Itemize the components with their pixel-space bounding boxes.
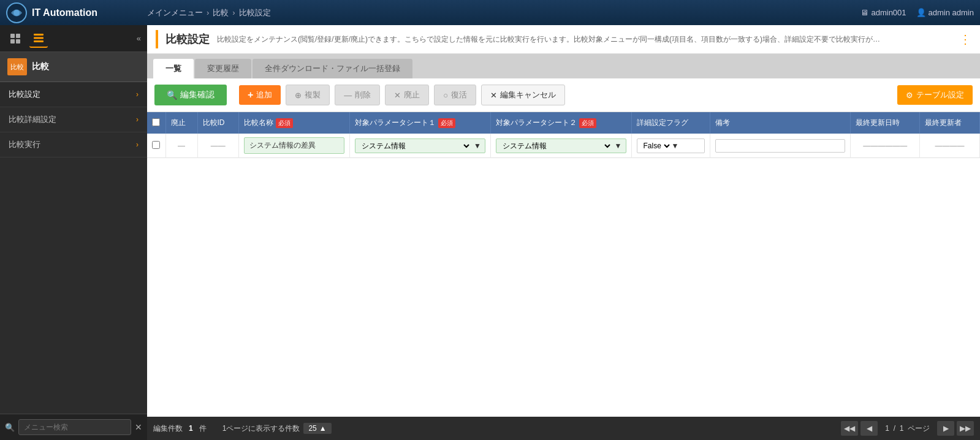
sheet2-select[interactable]: システム情報 (500, 141, 612, 151)
sidebar-collapse-button[interactable]: « (137, 34, 141, 43)
copy-button[interactable]: ⊕ 複製 (286, 85, 330, 105)
restore-button[interactable]: ○ 復活 (434, 85, 476, 105)
cell-sheet2[interactable]: システム情報 ▼ (490, 134, 631, 158)
name-input-field[interactable]: システム情報の差異 (244, 137, 344, 154)
sidebar-section-title: 比較 (32, 61, 49, 72)
col-checkbox (147, 112, 165, 134)
cell-name[interactable]: システム情報の差異 (238, 134, 349, 158)
svg-rect-2 (10, 34, 15, 38)
col-note: 備考 (710, 112, 851, 134)
monitor-icon: 🖥 (860, 8, 868, 17)
sidebar-section-icon: 比較 (7, 58, 27, 75)
cell-detail-flag[interactable]: False True ▼ (631, 134, 710, 158)
sidebar-item-compare-settings[interactable]: 比較設定 › (0, 82, 147, 107)
sheet1-select-wrapper[interactable]: システム情報 ▼ (355, 138, 485, 153)
confirm-icon: 🔍 (167, 90, 177, 100)
delete-label: 削除 (355, 89, 371, 101)
per-page-area: 1ページに表示する件数 25 ▲ (222, 423, 332, 434)
disable-button[interactable]: ✕ 廃止 (385, 85, 429, 105)
table-settings-button[interactable]: ⚙ テーブル設定 (897, 85, 973, 105)
footer: 編集件数 1 件 1ページに表示する件数 25 ▲ ◀◀ ◀ 1 / 1 ページ (147, 417, 980, 440)
cell-id: —— (197, 134, 238, 158)
required-badge-sheet2: 必須 (579, 118, 596, 128)
header-right: 🖥 admin001 👤 admin admin (860, 8, 974, 17)
sidebar-search-input[interactable] (18, 419, 131, 435)
table-header-row: 廃止 比較ID 比較名称必須 対象パラメータシート１必須 対象パラメータシート２… (147, 112, 980, 134)
breadcrumb: メインメニュー › 比較 › 比較設定 (147, 7, 860, 18)
svg-rect-7 (34, 37, 44, 39)
data-table: 廃止 比較ID 比較名称必須 対象パラメータシート１必須 対象パラメータシート２… (147, 112, 980, 158)
flag-select-wrapper[interactable]: False True ▼ (637, 138, 705, 153)
breadcrumb-arrow-1: › (207, 8, 209, 17)
content-area: 比較設定 比較設定をメンテナンス(閲覧/登録/更新/廃止)できます。こちらで設定… (147, 25, 980, 440)
logo-icon (6, 2, 27, 23)
cell-sheet1[interactable]: システム情報 ▼ (350, 134, 491, 158)
add-icon: + (248, 89, 253, 101)
sidebar-section-header: 比較 比較 (0, 52, 147, 82)
page-header: 比較設定 比較設定をメンテナンス(閲覧/登録/更新/廃止)できます。こちらで設定… (147, 25, 980, 54)
sidebar-top-icons: « (0, 25, 147, 52)
prev-page-button[interactable]: ◀ (860, 421, 878, 436)
user-id: admin001 (871, 8, 906, 17)
data-table-container: 廃止 比較ID 比較名称必須 対象パラメータシート１必須 対象パラメータシート２… (147, 112, 980, 417)
col-sheet1: 対象パラメータシート１必須 (350, 112, 491, 134)
add-label: 追加 (256, 89, 272, 101)
col-sheet2: 対象パラメータシート２必須 (490, 112, 631, 134)
breadcrumb-settings[interactable]: 比較設定 (239, 7, 271, 18)
select-all-checkbox[interactable] (152, 118, 160, 126)
search-clear-button[interactable]: ✕ (135, 422, 142, 432)
next-page-button[interactable]: ▶ (937, 421, 954, 436)
delete-button[interactable]: — 削除 (335, 85, 380, 105)
svg-rect-8 (34, 40, 44, 42)
tab-history[interactable]: 変更履歴 (195, 59, 251, 78)
per-page-label: 1ページに表示する件数 (222, 423, 300, 434)
required-badge-sheet1: 必須 (438, 118, 455, 128)
sidebar-item-compare-detail[interactable]: 比較詳細設定 › (0, 107, 147, 132)
svg-rect-5 (16, 39, 20, 44)
more-options-icon[interactable]: ⋮ (959, 32, 971, 47)
svg-point-1 (13, 10, 20, 16)
app-header: IT Automation メインメニュー › 比較 › 比較設定 🖥 admi… (0, 0, 980, 25)
tab-download[interactable]: 全件ダウンロード・ファイル一括登録 (253, 59, 412, 78)
user-name-area[interactable]: 👤 admin admin (916, 8, 974, 17)
last-page-button[interactable]: ▶▶ (957, 421, 974, 436)
cell-note[interactable] (710, 134, 851, 158)
svg-rect-3 (16, 34, 20, 38)
chevron-right-icon-2: › (136, 140, 139, 149)
page-description: 比較設定をメンテナンス(閲覧/登録/更新/廃止)できます。こちらで設定した情報を… (217, 34, 952, 45)
copy-icon: ⊕ (295, 91, 302, 100)
copy-label: 複製 (305, 89, 321, 101)
col-updated-at: 最終更新日時 (851, 112, 920, 134)
flag-select[interactable]: False True (641, 141, 672, 151)
user-id-area[interactable]: 🖥 admin001 (860, 8, 906, 17)
flag-dropdown-icon: ▼ (672, 142, 679, 150)
logo-area: IT Automation (6, 2, 147, 23)
page-info: 1 / 1 ページ (880, 423, 935, 434)
sheet1-select[interactable]: システム情報 (359, 141, 471, 151)
tab-list[interactable]: 一覧 (153, 59, 194, 78)
add-button[interactable]: + 追加 (239, 85, 281, 105)
page-current: 1 (885, 424, 889, 433)
breadcrumb-compare[interactable]: 比較 (213, 7, 229, 18)
cancel-button[interactable]: ✕ 編集キャンセル (481, 85, 565, 105)
sidebar-item-compare-run[interactable]: 比較実行 › (0, 132, 147, 157)
svg-rect-6 (34, 34, 44, 36)
per-page-value: 25 (308, 424, 316, 433)
required-badge-name: 必須 (276, 118, 293, 128)
cell-updated-by: ———— (920, 134, 980, 158)
first-page-button[interactable]: ◀◀ (841, 421, 858, 436)
row-checkbox[interactable] (152, 141, 160, 149)
user-icon: 👤 (916, 8, 926, 17)
sheet2-select-wrapper[interactable]: システム情報 ▼ (496, 138, 626, 153)
confirm-label: 編集確認 (180, 89, 215, 101)
grid-view-button[interactable] (6, 29, 25, 48)
breadcrumb-main[interactable]: メインメニュー (147, 7, 203, 18)
page-total: 1 (900, 424, 904, 433)
confirm-button[interactable]: 🔍 編集確認 (154, 85, 227, 105)
list-view-button[interactable] (29, 29, 48, 48)
col-detail-flag: 詳細設定フラグ (631, 112, 710, 134)
cancel-label: 編集キャンセル (500, 89, 556, 101)
note-input[interactable] (715, 139, 846, 153)
per-page-value-area[interactable]: 25 ▲ (303, 423, 331, 434)
main-layout: « 比較 比較 比較設定 › 比較詳細設定 › 比較実行 › 🔍 ✕ (0, 25, 980, 440)
